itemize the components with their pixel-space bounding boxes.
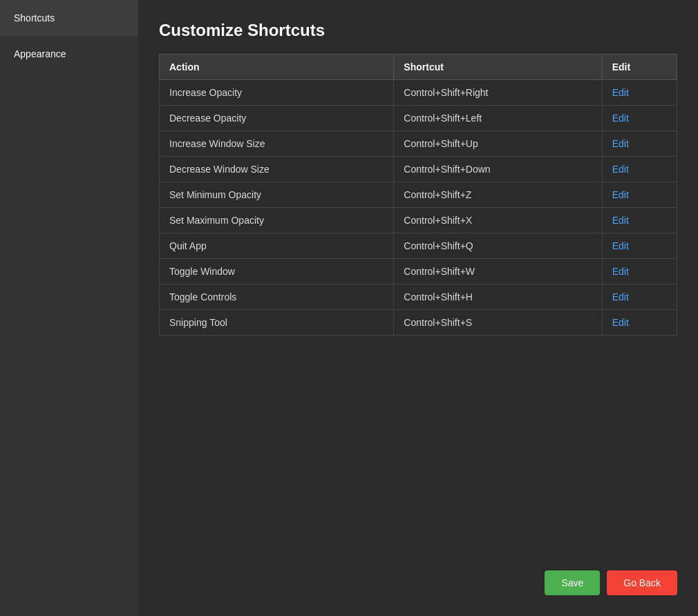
cell-edit: Edit (602, 182, 677, 208)
table-row: Toggle WindowControl+Shift+WEdit (160, 259, 677, 285)
cell-shortcut: Control+Shift+Right (394, 80, 602, 106)
table-row: Quit AppControl+Shift+QEdit (160, 233, 677, 259)
cell-edit: Edit (602, 106, 677, 131)
cell-edit: Edit (602, 208, 677, 233)
cell-action: Toggle Window (160, 259, 394, 285)
table-row: Set Minimum OpacityControl+Shift+ZEdit (160, 182, 677, 208)
cell-action: Toggle Controls (160, 285, 394, 310)
cell-action: Decrease Opacity (160, 106, 394, 131)
cell-shortcut: Control+Shift+Down (394, 157, 602, 182)
cell-edit: Edit (602, 259, 677, 285)
cell-edit: Edit (602, 131, 677, 157)
edit-link[interactable]: Edit (612, 189, 629, 200)
sidebar-item-shortcuts[interactable]: Shortcuts (0, 0, 138, 36)
cell-action: Increase Opacity (160, 80, 394, 106)
cell-action: Increase Window Size (160, 131, 394, 157)
cell-shortcut: Control+Shift+Q (394, 233, 602, 259)
edit-link[interactable]: Edit (612, 266, 629, 277)
cell-shortcut: Control+Shift+W (394, 259, 602, 285)
cell-shortcut: Control+Shift+X (394, 208, 602, 233)
sidebar-item-label-appearance: Appearance (14, 48, 66, 59)
main-content: Customize Shortcuts Action Shortcut Edit… (138, 0, 698, 616)
edit-link[interactable]: Edit (612, 291, 629, 302)
cell-action: Set Minimum Opacity (160, 182, 394, 208)
col-header-action: Action (160, 55, 394, 80)
cell-edit: Edit (602, 233, 677, 259)
col-header-shortcut: Shortcut (394, 55, 602, 80)
cell-shortcut: Control+Shift+Up (394, 131, 602, 157)
cell-action: Set Maximum Opacity (160, 208, 394, 233)
shortcuts-table: Action Shortcut Edit Increase OpacityCon… (159, 54, 677, 336)
edit-link[interactable]: Edit (612, 215, 629, 226)
sidebar-item-appearance[interactable]: Appearance (0, 36, 138, 72)
goback-button[interactable]: Go Back (607, 570, 677, 595)
table-row: Decrease Window SizeControl+Shift+DownEd… (160, 157, 677, 182)
cell-shortcut: Control+Shift+Z (394, 182, 602, 208)
table-row: Increase Window SizeControl+Shift+UpEdit (160, 131, 677, 157)
cell-shortcut: Control+Shift+Left (394, 106, 602, 131)
page-title: Customize Shortcuts (159, 21, 677, 40)
cell-edit: Edit (602, 310, 677, 336)
sidebar-item-label-shortcuts: Shortcuts (14, 12, 55, 23)
save-button[interactable]: Save (545, 570, 600, 595)
edit-link[interactable]: Edit (612, 87, 629, 98)
edit-link[interactable]: Edit (612, 164, 629, 175)
table-row: Increase OpacityControl+Shift+RightEdit (160, 80, 677, 106)
cell-action: Snipping Tool (160, 310, 394, 336)
cell-edit: Edit (602, 157, 677, 182)
table-row: Toggle ControlsControl+Shift+HEdit (160, 285, 677, 310)
cell-action: Decrease Window Size (160, 157, 394, 182)
edit-link[interactable]: Edit (612, 240, 629, 251)
table-row: Snipping ToolControl+Shift+SEdit (160, 310, 677, 336)
cell-edit: Edit (602, 285, 677, 310)
footer-buttons: Save Go Back (545, 570, 677, 595)
table-header-row: Action Shortcut Edit (160, 55, 677, 80)
col-header-edit: Edit (602, 55, 677, 80)
table-row: Set Maximum OpacityControl+Shift+XEdit (160, 208, 677, 233)
cell-edit: Edit (602, 80, 677, 106)
table-row: Decrease OpacityControl+Shift+LeftEdit (160, 106, 677, 131)
edit-link[interactable]: Edit (612, 317, 629, 328)
cell-shortcut: Control+Shift+H (394, 285, 602, 310)
edit-link[interactable]: Edit (612, 113, 629, 124)
edit-link[interactable]: Edit (612, 138, 629, 149)
sidebar: Shortcuts Appearance (0, 0, 138, 616)
cell-action: Quit App (160, 233, 394, 259)
cell-shortcut: Control+Shift+S (394, 310, 602, 336)
